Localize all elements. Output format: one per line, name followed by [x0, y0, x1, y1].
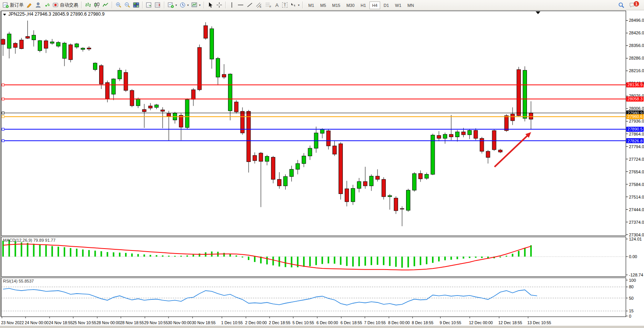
macd-bar: [45, 245, 47, 257]
axis-tick-label: 27584.0: [629, 182, 644, 187]
rsi-axis-label: 50: [629, 296, 634, 301]
bar-chart-button[interactable]: [84, 1, 92, 9]
timeframe-m1[interactable]: M1: [305, 2, 316, 9]
timeframe-h1[interactable]: H1: [358, 2, 369, 9]
channel-letter: E: [260, 5, 262, 8]
macd-bar: [371, 257, 372, 265]
notifications-button[interactable]: 1: [628, 1, 640, 9]
time-axis-label: 5 Dec 10:55: [292, 320, 314, 325]
cursor-button[interactable]: [206, 1, 215, 9]
toolbar-separator: [302, 2, 303, 8]
auto-scroll-button[interactable]: [145, 1, 153, 9]
arrows-button[interactable]: ▾: [289, 1, 300, 9]
timeframe-h4[interactable]: H4: [369, 2, 380, 9]
candle-body: [474, 131, 478, 139]
hline-handle[interactable]: [2, 128, 4, 130]
time-axis-label: 7 Dec 10:55: [364, 320, 386, 325]
time-axis[interactable]: 23 Nov 202224 Nov 00:0024 Nov 18:5525 No…: [1, 317, 551, 325]
profile-button[interactable]: [34, 1, 42, 9]
timeframe-w1[interactable]: W1: [392, 2, 404, 9]
new-chart-button[interactable]: ▾: [167, 1, 178, 9]
axis-tick-label: 27864.0: [629, 132, 644, 136]
search-button[interactable]: [617, 1, 626, 9]
hline-handle[interactable]: [2, 84, 4, 86]
price-axis[interactable]: 28496.028426.028356.028286.028216.028146…: [626, 18, 644, 318]
candle-body: [210, 29, 214, 59]
candle-body: [124, 73, 128, 90]
candle-body: [93, 63, 97, 69]
trendline-button[interactable]: [246, 1, 254, 9]
macd-bar: [156, 255, 157, 257]
autotrade-button[interactable]: 自动交易: [51, 1, 79, 9]
candle-body: [394, 198, 398, 211]
horizontal-line-button[interactable]: [236, 1, 245, 9]
timeframe-m5[interactable]: M5: [318, 2, 329, 9]
candle-body: [69, 45, 72, 60]
text-icon: A: [275, 2, 279, 8]
chart-shift-button[interactable]: [154, 1, 162, 9]
axis-tick-label: 28006.0: [629, 106, 644, 111]
fibonacci-button[interactable]: F: [264, 1, 273, 9]
macd-bar: [377, 257, 378, 265]
candle-body: [222, 74, 226, 77]
timeframe-m30[interactable]: M30: [344, 2, 357, 9]
candle-body: [425, 175, 429, 178]
zoom-in-button[interactable]: [114, 1, 123, 9]
crayon-button[interactable]: [25, 1, 34, 9]
fibonacci-icon: F: [265, 2, 272, 8]
macd-bar: [475, 257, 477, 258]
candle-body: [234, 102, 238, 112]
candle-body: [198, 47, 201, 90]
axis-tick-label: 28496.0: [629, 18, 644, 23]
hline-handle[interactable]: [2, 140, 4, 142]
rsi-axis-label: 100: [629, 278, 636, 283]
hline-price-label-text: 28136.9: [628, 82, 643, 87]
candle-body: [142, 110, 146, 112]
candle-body: [179, 115, 183, 127]
candle-body: [130, 90, 134, 106]
timeframe-mn[interactable]: MN: [405, 2, 417, 9]
chart-window[interactable]: 28496.028426.028356.028286.028216.028146…: [0, 10, 644, 325]
hline-handle[interactable]: [2, 115, 4, 118]
macd-bar: [463, 257, 464, 259]
axis-tick-label: 28356.0: [629, 43, 644, 48]
main-pane[interactable]: [2, 11, 626, 236]
vertical-line-button[interactable]: [228, 1, 236, 9]
candle-body: [253, 155, 257, 161]
vertical-line-icon: [229, 2, 234, 8]
timeframe-d1[interactable]: D1: [381, 2, 392, 9]
candle-body: [38, 40, 42, 50]
channel-button[interactable]: E: [254, 1, 263, 9]
zoom-out-button[interactable]: [123, 1, 132, 9]
crosshair-button[interactable]: [215, 1, 223, 9]
line-chart-button[interactable]: [101, 1, 110, 9]
candle-body: [504, 116, 508, 131]
candle-body: [1, 39, 5, 44]
text-label-button[interactable]: T: [281, 2, 289, 8]
macd-bar: [2, 241, 4, 257]
candle-body: [413, 174, 416, 190]
dropdown-arrow-icon: ▾: [298, 3, 299, 7]
template-button[interactable]: ▾: [190, 1, 202, 9]
macd-bar: [199, 254, 200, 257]
hline-handle[interactable]: [2, 112, 4, 114]
hline-handle[interactable]: [2, 98, 4, 100]
text-button[interactable]: A: [273, 2, 281, 9]
tile-windows-button[interactable]: [132, 1, 140, 9]
candle-body: [87, 48, 91, 49]
period-button[interactable]: ▾: [178, 1, 190, 9]
candle-body: [204, 26, 207, 38]
candle-body: [511, 114, 514, 121]
signal-button[interactable]: [43, 1, 51, 9]
timeframe-m15[interactable]: M15: [329, 2, 343, 9]
candle-body: [32, 35, 36, 40]
candle-body: [13, 43, 17, 47]
candlestick-button[interactable]: [93, 1, 101, 9]
new-order-button[interactable]: 新订单: [2, 1, 25, 9]
candle-body: [148, 106, 152, 108]
macd-bar: [285, 257, 286, 267]
macd-bar: [248, 257, 249, 260]
macd-bar: [58, 247, 59, 257]
candle-body: [419, 173, 422, 179]
time-axis-label: 1 Dec 10:55: [221, 320, 243, 325]
